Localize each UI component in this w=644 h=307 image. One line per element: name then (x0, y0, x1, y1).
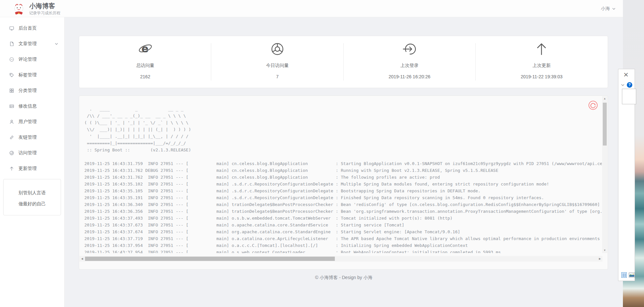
update-icon (534, 42, 549, 56)
image-view-icon[interactable] (629, 273, 635, 277)
overlay-view-toggles (621, 272, 635, 278)
vertical-scrollbar[interactable]: ▲ ▼ (602, 96, 607, 253)
sidebar-item-label: 用户管理 (18, 119, 37, 125)
chevron-down-icon (55, 42, 58, 46)
panel-input[interactable] (622, 89, 636, 104)
stat-value: 2019-11-26 16:20:26 (344, 74, 476, 79)
sidebar-item-label: 访问管理 (18, 150, 37, 156)
sidebar-item-dashboard[interactable]: 后台首页 (0, 20, 64, 36)
sidebar-item-comments[interactable]: 评论管理 (0, 52, 64, 67)
page-footer: © 小海博客 - Design by 小海 (65, 275, 623, 281)
motto-line-2: 做最好的自己 (4, 198, 61, 209)
app-subtitle: 记录学习成长历程 (29, 10, 60, 16)
stat-value: 2162 (79, 74, 211, 79)
sidebar-item-tags[interactable]: 标签管理 (0, 67, 64, 83)
stat-label: 上次登录 (344, 63, 476, 69)
stat-value: 2019-11-22 19:39:03 (476, 74, 608, 79)
svg-text:e: e (141, 43, 149, 55)
stats-card: e 总访问量 2162 今日访问量 7 (79, 36, 608, 88)
sidebar-item-label: 后台首页 (18, 25, 37, 31)
motto-line-1: 别管别人言语 (4, 187, 61, 198)
app-title: 小海博客 (29, 2, 60, 10)
right-overlay-panel: × ? (618, 69, 635, 281)
sidebar-item-label: 友链管理 (18, 134, 37, 140)
spring-boot-banner: . ____ _ __ _ _ /\\ / ___'_ __ _ _(_)_ _… (84, 106, 602, 153)
list-view-icon[interactable] (621, 272, 627, 278)
user-name: 小海 (601, 6, 610, 12)
stat-value: 7 (211, 74, 343, 79)
stat-label: 今日访问量 (211, 63, 343, 69)
sidebar-item-label: 分类管理 (18, 88, 37, 94)
sidebar-item-label: 评论管理 (18, 57, 37, 62)
console-log: . ____ _ __ _ _ /\\ / ___'_ __ _ _(_)_ _… (84, 106, 602, 253)
scroll-down-icon[interactable]: ▼ (602, 248, 607, 253)
compass-icon (9, 150, 14, 156)
chevron-down-icon[interactable] (621, 83, 625, 87)
app-header: 小海博客 记录学习成长历程 小海 (0, 0, 623, 17)
motto-box: 别管别人言语 做最好的自己 (3, 179, 61, 215)
stat-last-login: 上次登录 2019-11-26 16:20:26 (344, 36, 476, 88)
vertical-scroll-thumb[interactable] (603, 103, 607, 146)
chrome-browser-icon (270, 42, 285, 56)
scroll-right-icon[interactable]: ▶ (597, 256, 602, 262)
copyright-text: © 小海博客 - Design by 小海 (315, 275, 372, 280)
horizontal-scrollbar[interactable]: ◀ ▶ (79, 256, 602, 262)
document-icon (9, 41, 14, 46)
stat-today-visits: 今日访问量 7 (211, 36, 343, 88)
console-card: . ____ _ __ _ _ /\\ / ___'_ __ _ _(_)_ _… (79, 96, 608, 270)
stat-label: 总访问量 (79, 63, 211, 69)
link-icon (9, 135, 14, 140)
sidebar-item-label: 文章管理 (18, 41, 37, 47)
browser-page: 小海博客 记录学习成长历程 小海 后台首页 (0, 0, 623, 307)
sidebar-item-profile[interactable]: 修改信息 (0, 98, 64, 114)
horizontal-scroll-thumb[interactable] (85, 257, 335, 261)
brand-logo-icon (12, 3, 25, 16)
overlay-toolbar: ? (618, 82, 635, 88)
user-menu[interactable]: 小海 (601, 0, 616, 17)
stat-total-visits: e 总访问量 2162 (79, 36, 211, 88)
scroll-left-icon[interactable]: ◀ (79, 256, 85, 262)
sidebar-nav: 后台首页 文章管理 (0, 17, 64, 176)
grid-icon (9, 88, 14, 93)
comment-icon (9, 57, 14, 62)
sidebar-item-users[interactable]: 用户管理 (0, 114, 64, 130)
sidebar-item-articles[interactable]: 文章管理 (0, 36, 64, 52)
stat-label: 上次更新 (476, 63, 608, 69)
user-icon (9, 119, 14, 124)
sidebar-item-label: 修改信息 (18, 103, 37, 109)
monitor-icon (9, 26, 14, 31)
brand: 小海博客 记录学习成长历程 (12, 2, 60, 16)
sidebar-item-categories[interactable]: 分类管理 (0, 83, 64, 98)
help-icon[interactable]: ? (627, 82, 632, 88)
log-lines: 2019-11-25 16:43:31.759 INFO 27051 --- [… (84, 160, 602, 253)
sidebar: 后台首页 文章管理 (0, 17, 65, 307)
close-icon[interactable]: × (623, 71, 629, 78)
sidebar-item-visits[interactable]: 访问管理 (0, 145, 64, 161)
sidebar-item-label: 标签管理 (18, 72, 37, 78)
stat-last-update: 上次更新 2019-11-22 19:39:03 (476, 36, 608, 88)
arrow-up-icon (9, 166, 14, 171)
tag-icon (9, 72, 14, 78)
sidebar-item-label: 更新管理 (18, 166, 37, 172)
scroll-up-icon[interactable]: ▲ (602, 96, 607, 101)
refresh-button[interactable] (588, 100, 598, 110)
login-icon (402, 42, 417, 56)
ie-browser-icon: e (138, 42, 152, 56)
id-card-icon (9, 104, 14, 109)
chevron-down-icon (612, 7, 616, 11)
sidebar-item-updates[interactable]: 更新管理 (0, 161, 64, 176)
sidebar-item-links[interactable]: 友链管理 (0, 130, 64, 145)
